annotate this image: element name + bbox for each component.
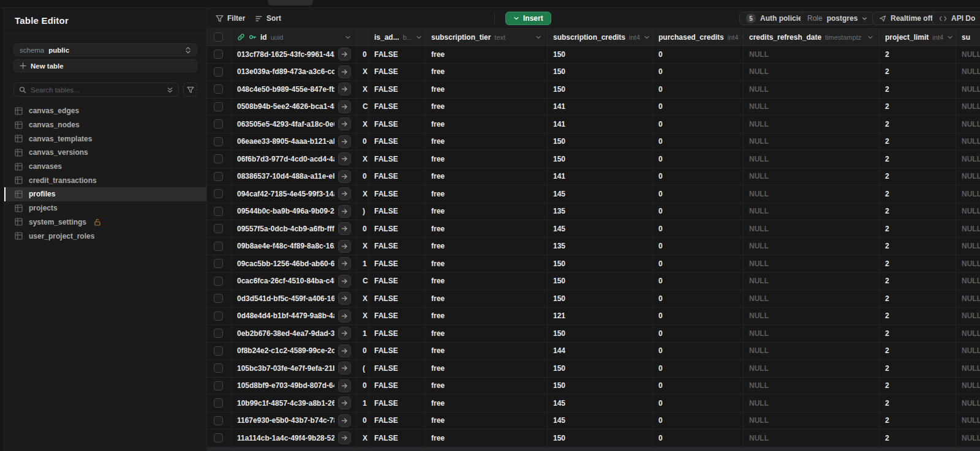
cell-tier[interactable]: free	[426, 46, 548, 63]
cell-limit[interactable]: 2	[880, 64, 956, 81]
sidebar-item-canvas_templates[interactable]: canvas_templates	[4, 132, 206, 146]
cell-sub_credits[interactable]: 141	[548, 168, 653, 185]
cell-extra[interactable]: NULL	[956, 378, 980, 395]
cell-limit[interactable]: 2	[880, 133, 956, 151]
cell-tier[interactable]: free	[426, 308, 548, 325]
cell-is_admin[interactable]: FALSE	[369, 46, 426, 63]
cell-purchased[interactable]: 0	[653, 203, 744, 220]
column-header-sub_credits[interactable]: subscription_creditsint4	[548, 29, 653, 45]
cell-sub_credits[interactable]: 141	[548, 116, 653, 133]
schema-select[interactable]: schema public	[13, 43, 197, 56]
expand-row-button[interactable]	[338, 48, 351, 61]
cell-extra[interactable]: NULL	[956, 116, 980, 133]
column-menu-chevron-icon[interactable]	[345, 34, 351, 40]
cell-hidden-column[interactable]: 0	[357, 412, 369, 430]
cell-id[interactable]	[232, 447, 357, 451]
cell-limit[interactable]: 2	[880, 185, 956, 203]
cell-purchased[interactable]: 0	[653, 378, 744, 395]
cell-hidden-column[interactable]: 0	[357, 133, 369, 151]
sidebar-item-credit_transactions[interactable]: credit_transactions	[4, 173, 206, 187]
column-menu-chevron-icon[interactable]	[535, 34, 541, 40]
cell-limit[interactable]: 2	[880, 325, 956, 342]
cell-limit[interactable]: 2	[880, 395, 956, 412]
cell-refresh_date[interactable]: NULL	[744, 168, 880, 185]
cell-refresh_date[interactable]: NULL	[744, 325, 880, 342]
row-checkbox[interactable]	[214, 294, 223, 303]
cell-purchased[interactable]: 0	[653, 81, 744, 98]
cell-is_admin[interactable]: FALSE	[369, 430, 426, 447]
row-checkbox[interactable]	[214, 381, 223, 390]
cell-limit[interactable]: 2	[880, 378, 956, 395]
cell-id[interactable]: 09544b0c-ba9b-496a-9b09-244...	[232, 203, 357, 220]
cell-purchased[interactable]: 0	[653, 412, 744, 430]
cell-tier[interactable]: free	[426, 238, 548, 255]
expand-row-button[interactable]	[338, 205, 351, 218]
cell-purchased[interactable]: 0	[653, 168, 744, 185]
row-checkbox[interactable]	[214, 242, 223, 251]
row-checkbox[interactable]	[214, 346, 223, 356]
cell-limit[interactable]: 2	[880, 168, 956, 185]
expand-row-button[interactable]	[338, 240, 351, 253]
cell-hidden-column[interactable]: X	[357, 116, 369, 133]
cell-id[interactable]: 048c4e50-b989-455e-847e-fb2f...	[232, 81, 357, 98]
table-filter-button[interactable]	[183, 83, 197, 97]
sidebar-item-canvas_edges[interactable]: canvas_edges	[4, 104, 206, 118]
cell-extra[interactable]: NULL	[956, 255, 980, 272]
cell-sub_credits[interactable]	[548, 447, 653, 451]
expand-row-button[interactable]	[338, 152, 351, 165]
cell-id[interactable]: 0508b94b-5ee2-4626-bca1-4bca...	[232, 99, 357, 116]
expand-row-button[interactable]	[338, 222, 351, 235]
row-checkbox[interactable]	[214, 433, 223, 442]
cell-sub_credits[interactable]: 150	[548, 378, 653, 395]
cell-tier[interactable]: free	[426, 168, 548, 185]
cell-sub_credits[interactable]: 145	[548, 395, 653, 412]
cell-is_admin[interactable]: FALSE	[369, 308, 426, 325]
cell-is_admin[interactable]: FALSE	[369, 99, 426, 116]
cell-limit[interactable]: 2	[880, 220, 956, 237]
row-checkbox[interactable]	[214, 329, 223, 338]
cell-limit[interactable]: 2	[880, 412, 956, 430]
cell-tier[interactable]: free	[426, 133, 548, 151]
cell-sub_credits[interactable]: 150	[548, 360, 653, 377]
cell-hidden-column[interactable]: C	[357, 99, 369, 116]
row-checkbox[interactable]	[214, 277, 223, 286]
cell-tier[interactable]: free	[426, 378, 548, 395]
realtime-toggle-button[interactable]: Realtime off	[872, 12, 940, 25]
cell-extra[interactable]: NULL	[956, 273, 980, 290]
cell-hidden-column[interactable]: X	[357, 185, 369, 203]
cell-sub_credits[interactable]: 150	[548, 430, 653, 447]
expand-row-button[interactable]	[338, 397, 351, 409]
cell-purchased[interactable]: 0	[653, 430, 744, 447]
row-checkbox[interactable]	[214, 363, 223, 373]
cell-is_admin[interactable]: FALSE	[369, 151, 426, 168]
cell-is_admin[interactable]: FALSE	[369, 290, 426, 307]
cell-purchased[interactable]: 0	[653, 220, 744, 237]
cell-is_admin[interactable]: FALSE	[369, 238, 426, 255]
expand-row-button[interactable]	[338, 362, 351, 375]
cell-id[interactable]: 105d8bf9-e703-49bd-807d-645e...	[232, 378, 357, 395]
row-checkbox[interactable]	[214, 224, 223, 233]
search-tables-input[interactable]	[31, 86, 162, 94]
row-checkbox[interactable]	[214, 119, 223, 129]
expand-row-button[interactable]	[338, 292, 351, 305]
new-table-button[interactable]: New table	[13, 59, 197, 72]
expand-row-button[interactable]	[338, 83, 351, 95]
cell-refresh_date[interactable]: NULL	[744, 46, 880, 63]
column-header-is_admin[interactable]: is_ad...b...	[369, 29, 426, 45]
cell-limit[interactable]: 2	[880, 203, 956, 220]
expand-row-button[interactable]	[338, 414, 351, 427]
cell-purchased[interactable]: 0	[653, 99, 744, 116]
expand-row-button[interactable]	[338, 327, 351, 340]
cell-tier[interactable]: free	[426, 430, 548, 447]
cell-refresh_date[interactable]: NULL	[744, 430, 880, 447]
cell-extra[interactable]: NULL	[956, 46, 980, 63]
cell-hidden-column[interactable]: 1	[357, 325, 369, 342]
cell-refresh_date[interactable]: NULL	[744, 116, 880, 133]
cell-sub_credits[interactable]: 150	[548, 46, 653, 63]
cell-purchased[interactable]: 0	[653, 308, 744, 325]
column-menu-chevron-icon[interactable]	[644, 34, 650, 40]
cell-limit[interactable]	[880, 447, 956, 451]
cell-extra[interactable]: NULL	[956, 325, 980, 342]
expand-row-button[interactable]	[338, 65, 351, 78]
cell-id[interactable]: 063505e5-4293-4faf-a18c-0e65b...	[232, 116, 357, 133]
